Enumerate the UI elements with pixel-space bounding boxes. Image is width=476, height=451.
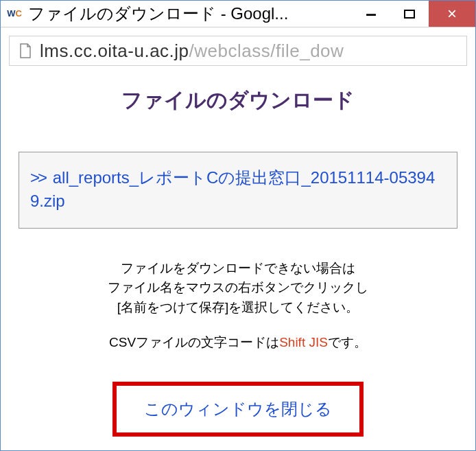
maximize-button[interactable] [390, 1, 429, 27]
chevron-icon: >> [30, 168, 45, 187]
favicon-icon: WC [8, 7, 21, 21]
browser-window: WC ファイルのダウンロード - Googl... – × lms.cc.oit… [0, 0, 476, 451]
encoding-value: Shift JIS [279, 335, 328, 349]
svg-rect-0 [405, 10, 414, 18]
help-text: ファイルをダウンロードできない場合は ファイル名をマウスの右ボタンでクリックし … [108, 259, 368, 318]
page-content: ファイルのダウンロード >> all_reports_レポートCの提出窓口_20… [1, 66, 475, 450]
close-window-highlight: このウィンドウを閉じる [112, 382, 364, 437]
url-host: lms.cc.oita-u.ac.jp [40, 41, 189, 61]
help-line-3: [名前をつけて保存]を選択してください。 [108, 298, 368, 318]
encoding-suffix: です。 [328, 335, 367, 349]
encoding-note: CSVファイルの文字コードはShift JISです。 [109, 334, 367, 351]
download-file-link[interactable]: >> all_reports_レポートCの提出窓口_20151114-05394… [30, 166, 446, 212]
download-file-box: >> all_reports_レポートCの提出窓口_20151114-05394… [19, 152, 457, 228]
minimize-button[interactable]: – [352, 1, 390, 27]
window-controls: – × [352, 1, 475, 27]
window-title: ファイルのダウンロード - Googl... [28, 3, 352, 25]
encoding-prefix: CSVファイルの文字コードは [109, 335, 279, 349]
page-icon [19, 43, 32, 58]
titlebar: WC ファイルのダウンロード - Googl... – × [1, 1, 475, 27]
close-button[interactable]: × [429, 1, 475, 27]
url-text: lms.cc.oita-u.ac.jp/webclass/file_dow [40, 41, 344, 62]
page-heading: ファイルのダウンロード [121, 86, 355, 115]
close-window-link[interactable]: このウィンドウを閉じる [144, 398, 332, 420]
help-line-1: ファイルをダウンロードできない場合は [108, 259, 368, 279]
maximize-icon [404, 8, 415, 19]
url-path: /webclass/file_dow [189, 41, 344, 61]
address-bar[interactable]: lms.cc.oita-u.ac.jp/webclass/file_dow [9, 36, 467, 66]
download-file-name: all_reports_レポートCの提出窓口_20151114-053949.z… [30, 168, 435, 210]
help-line-2: ファイル名をマウスの右ボタンでクリックし [108, 278, 368, 298]
